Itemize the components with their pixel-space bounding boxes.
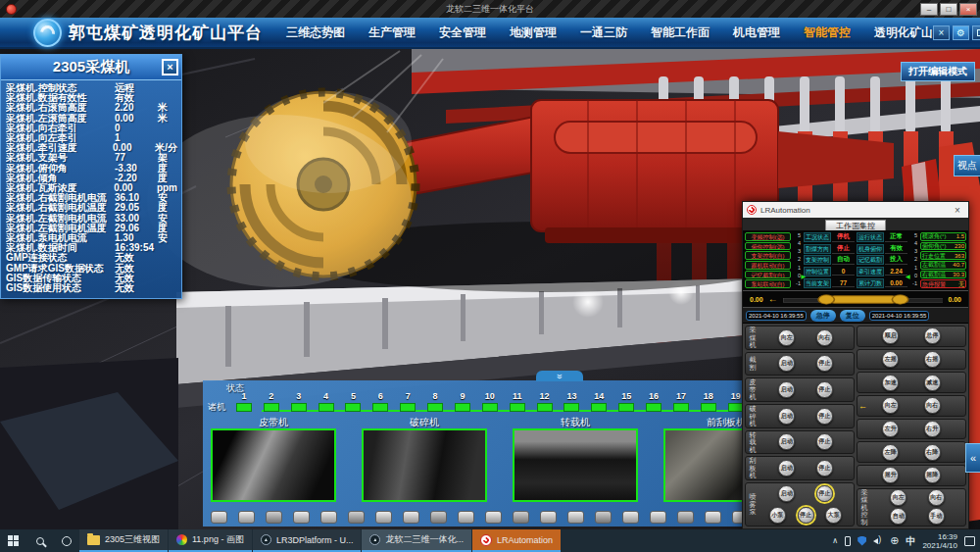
control-button[interactable]: 启动 (778, 381, 795, 398)
tools-icon[interactable]: × (933, 25, 950, 40)
strip-thumbnail[interactable] (211, 511, 227, 524)
control-button[interactable]: 加速 (882, 375, 899, 391)
channel-status-box[interactable] (264, 403, 279, 412)
start-button[interactable] (0, 529, 26, 552)
channel-status-box[interactable] (372, 403, 388, 412)
channel-status-box[interactable] (345, 403, 361, 412)
strip-thumbnail[interactable] (677, 511, 694, 524)
camera-view[interactable] (211, 428, 336, 502)
control-button[interactable]: 向左 (890, 489, 906, 506)
control-button[interactable]: 停止 (816, 355, 833, 372)
control-button[interactable]: 左升 (882, 421, 899, 437)
taskbar-app[interactable]: 11.png - 画图 (169, 529, 252, 552)
camera-view[interactable] (513, 428, 638, 502)
control-button[interactable]: 向右 (816, 329, 833, 346)
minimize-button[interactable]: – (920, 3, 938, 16)
channel-status-box[interactable] (537, 403, 553, 412)
nav-item[interactable]: 安全管理 (439, 25, 486, 41)
channel-status-box[interactable] (673, 403, 689, 412)
control-button[interactable]: 左降 (882, 444, 899, 461)
channel-status-box[interactable] (236, 403, 252, 412)
control-button[interactable]: 向左 (882, 397, 899, 414)
control-button[interactable]: 顺启 (882, 327, 899, 344)
strip-thumbnail[interactable] (348, 511, 365, 524)
control-button[interactable]: 减速 (924, 375, 941, 391)
control-button[interactable]: 启动 (778, 460, 795, 477)
device-icon[interactable] (845, 536, 851, 546)
tab-workface-control[interactable]: 工作面集控 (825, 220, 886, 230)
nav-item[interactable]: 智能工作面 (651, 25, 710, 41)
channel-status-box[interactable] (564, 403, 579, 412)
camera-view[interactable] (362, 428, 487, 502)
control-button[interactable]: 右降 (924, 444, 941, 461)
strip-thumbnail[interactable] (238, 511, 255, 524)
ime-indicator[interactable]: 中 (906, 534, 915, 548)
task-view-button[interactable] (53, 529, 79, 552)
taskbar-app[interactable]: LR3DPlatform - U... (253, 529, 362, 552)
estop-button[interactable]: 急停 (810, 310, 836, 322)
maximize-button[interactable]: □ (940, 3, 957, 16)
network-icon[interactable]: ⊕ (890, 535, 899, 546)
channel-status-box[interactable] (291, 403, 307, 412)
channel-status-box[interactable] (646, 403, 662, 412)
channel-status-box[interactable] (591, 403, 607, 412)
strip-thumbnail[interactable] (650, 511, 666, 524)
fullscreen-icon[interactable] (972, 25, 980, 40)
strip-thumbnail[interactable] (540, 511, 557, 524)
nav-item[interactable]: 地测管理 (510, 25, 557, 41)
strip-thumbnail[interactable] (513, 511, 529, 524)
open-edit-mode-button[interactable]: 打开编辑模式 (901, 62, 975, 81)
nav-item[interactable]: 机电管理 (733, 25, 780, 41)
taskbar-app[interactable]: 2305三维视图 (79, 529, 168, 552)
gear-icon[interactable]: ⚙ (953, 25, 969, 40)
speaker-icon[interactable] (873, 536, 883, 545)
strip-thumbnail[interactable] (266, 511, 282, 524)
nav-item[interactable]: 智能管控 (804, 25, 851, 41)
search-button[interactable] (26, 529, 53, 552)
control-button[interactable]: 摇升 (882, 467, 899, 483)
control-button[interactable]: 左摇 (882, 351, 899, 368)
strip-thumbnail[interactable] (595, 511, 612, 524)
collapse-side-tab[interactable]: « (965, 443, 980, 473)
nav-item[interactable]: 一通三防 (580, 25, 627, 41)
control-button[interactable]: 自动 (890, 508, 906, 525)
control-button[interactable]: 向右 (924, 397, 941, 414)
control-button[interactable]: 停止 (816, 408, 833, 425)
strip-thumbnail[interactable] (320, 511, 337, 524)
shearer-panel-close-button[interactable]: × (162, 59, 178, 75)
control-button[interactable]: 启动 (778, 433, 795, 450)
strip-thumbnail[interactable] (403, 511, 419, 524)
control-button[interactable]: 停止 (816, 433, 833, 450)
control-button[interactable]: 启动 (778, 408, 795, 425)
control-button[interactable]: 手动 (928, 508, 945, 525)
taskbar-app[interactable]: 龙软二三维一体化... (362, 529, 471, 552)
strip-thumbnail[interactable] (375, 511, 392, 524)
channel-status-box[interactable] (618, 403, 634, 412)
strip-thumbnail[interactable] (293, 511, 310, 524)
channel-status-box[interactable] (400, 403, 416, 412)
nav-item[interactable]: 透明化矿山 (874, 25, 933, 41)
close-button[interactable]: × (959, 3, 977, 16)
control-button[interactable]: 停止 (816, 460, 833, 477)
control-button[interactable]: 停止 (798, 507, 814, 524)
channel-status-box[interactable] (510, 403, 525, 412)
lrautomation-close-button[interactable]: × (951, 205, 964, 216)
control-button[interactable]: 向左 (778, 329, 795, 346)
reset-button[interactable]: 复位 (840, 310, 865, 322)
control-button[interactable]: 停止 (816, 485, 833, 502)
notification-center-icon[interactable] (964, 536, 975, 546)
channel-status-box[interactable] (318, 403, 334, 412)
control-button[interactable]: 启动 (778, 485, 795, 502)
control-button[interactable]: 摇降 (924, 467, 941, 483)
strip-thumbnail[interactable] (567, 511, 584, 524)
nav-item[interactable]: 三维态势图 (286, 25, 345, 41)
defender-shield-icon[interactable] (858, 536, 866, 546)
viewpoint-tab[interactable]: 视点 (954, 155, 980, 176)
taskbar-app[interactable]: LRAutomation (472, 529, 561, 552)
strip-thumbnail[interactable] (458, 511, 474, 524)
strip-thumbnail[interactable] (430, 511, 447, 524)
control-button[interactable]: 大泵 (825, 507, 842, 524)
tray-expand-icon[interactable]: ∧ (832, 536, 838, 545)
channel-status-box[interactable] (427, 403, 443, 412)
nav-item[interactable]: 生产管理 (368, 25, 416, 41)
